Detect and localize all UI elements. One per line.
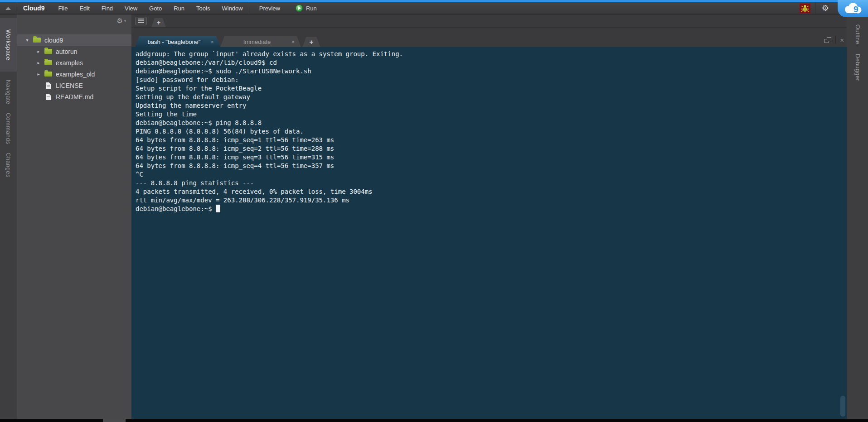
terminal-line: addgroup: The group `input' already exis… (136, 50, 847, 58)
terminal-line: Setup script for the PocketBeagle (136, 84, 847, 93)
terminal-line: 64 bytes from 8.8.8.8: icmp_seq=4 ttl=56… (136, 162, 847, 170)
folder-icon (33, 38, 41, 43)
folder-icon (44, 72, 52, 77)
sidebar-tab-workspace[interactable]: Workspace (0, 18, 17, 72)
console-tab-bar: bash - "beaglebone"×Immediate×+ × (131, 27, 847, 47)
sidebar-tab-debugger[interactable]: Debugger (847, 54, 868, 81)
terminal-line: PING 8.8.8.8 (8.8.8.8) 56(84) bytes of d… (136, 127, 847, 136)
right-rail: OutlineDebugger (847, 14, 868, 419)
sidebar-tab-outline[interactable]: Outline (847, 24, 868, 44)
chevron-right-icon[interactable]: ▸ (35, 72, 42, 77)
tree-item-label: README.md (56, 93, 93, 101)
menu-item-file[interactable]: File (52, 2, 73, 14)
sidebar-tab-navigate[interactable]: Navigate (0, 80, 17, 105)
tree-item-label: examples_old (56, 71, 95, 78)
menu-item-goto[interactable]: Goto (143, 2, 168, 14)
folder-icon (44, 49, 52, 54)
tree-item-label: LICENSE (56, 82, 83, 89)
console-tab-label: bash - "beaglebone" (141, 38, 207, 45)
terminal-line: 64 bytes from 8.8.8.8: icmp_seq=1 ttl=56… (136, 136, 847, 144)
new-tab-plus-button[interactable]: + (302, 37, 320, 47)
bottom-strip (0, 419, 868, 422)
terminal-line: rtt min/avg/max/mdev = 263.288/306.228/3… (136, 196, 847, 205)
terminal-line: Setting the time (136, 110, 847, 119)
terminal-line: [sudo] password for debian: (136, 76, 847, 84)
terminal-line: Updating the nameserver entry (136, 101, 847, 110)
terminal-line: debian@beaglebone:~$ ping 8.8.8.8 (136, 119, 847, 127)
svg-text:9: 9 (853, 5, 858, 14)
tree-item-cloud9[interactable]: ▾cloud9 (17, 34, 131, 46)
tree-item-examples[interactable]: ▸examples (17, 57, 131, 68)
file-icon (46, 82, 51, 89)
panel-resize-handle[interactable] (103, 419, 126, 422)
new-tab-button-top[interactable]: + (151, 18, 166, 27)
console-tab-immediate[interactable]: Immediate× (220, 36, 301, 47)
sidebar-tab-label: Commands (5, 113, 12, 144)
menu-item-view[interactable]: View (119, 2, 143, 14)
top-accent-strip (0, 0, 868, 2)
workspace-panel: ⚙▾ ▾cloud9▸autorun▸examples▸examples_old… (17, 14, 131, 419)
workspace-settings-gear-icon[interactable]: ⚙▾ (117, 17, 126, 25)
terminal[interactable]: addgroup: The group `input' already exis… (131, 47, 847, 419)
chevron-right-icon[interactable]: ▸ (35, 60, 42, 65)
menu-item-find[interactable]: Find (96, 2, 119, 14)
file-icon (46, 94, 51, 100)
tree-item-autorun[interactable]: ▸autorun (17, 46, 131, 57)
sidebar-tab-label: Changes (5, 153, 12, 177)
tab-close-icon[interactable]: × (207, 38, 214, 45)
debug-bug-icon[interactable] (800, 4, 810, 13)
sidebar-tab-label: Outline (854, 24, 861, 44)
menu-item-run[interactable]: Run (168, 2, 190, 14)
console-tab-label: Immediate (227, 38, 287, 45)
cloud9-logo[interactable]: 9 (838, 0, 868, 17)
terminal-line: debian@beaglebone:~$ (136, 205, 847, 213)
tab-list-button[interactable] (135, 17, 147, 25)
tab-close-icon[interactable]: × (287, 38, 295, 45)
sidebar-tab-changes[interactable]: Changes (0, 153, 17, 177)
sidebar-tab-commands[interactable]: Commands (0, 113, 17, 144)
sidebar-tab-label: Workspace (5, 29, 12, 60)
terminal-line: debian@beaglebone:~$ sudo ./StartUSBNetw… (136, 67, 847, 76)
list-icon (138, 19, 144, 23)
menu-item-tools[interactable]: Tools (190, 2, 216, 14)
tree-item-readme.md[interactable]: README.md (17, 91, 131, 102)
cloud9-logo-icon: 9 (843, 2, 863, 15)
tree-item-license[interactable]: LICENSE (17, 80, 131, 91)
menubar-collapse-button[interactable] (0, 2, 16, 14)
run-button[interactable]: Run (289, 2, 323, 14)
menubar: Cloud9 FileEditFindViewGotoRunToolsWindo… (0, 2, 868, 14)
terminal-cursor (216, 205, 220, 212)
tree-item-examples_old[interactable]: ▸examples_old (17, 68, 131, 80)
tree-item-label: cloud9 (44, 37, 63, 44)
run-button-label: Run (306, 5, 317, 12)
terminal-line: ^C (136, 170, 847, 179)
app-title[interactable]: Cloud9 (16, 5, 52, 12)
menu-item-window[interactable]: Window (216, 2, 248, 14)
chevron-down-icon[interactable]: ▾ (24, 38, 31, 43)
menu-item-edit[interactable]: Edit (73, 2, 95, 14)
terminal-line: 64 bytes from 8.8.8.8: icmp_seq=2 ttl=56… (136, 144, 847, 153)
settings-gear-icon[interactable]: ⚙ (815, 3, 835, 13)
terminal-line: Setting up the default gateway (136, 93, 847, 101)
terminal-line: debian@beaglebone:/var/lib/cloud9$ cd (136, 58, 847, 67)
play-icon (296, 5, 303, 12)
left-rail: WorkspaceNavigateCommandsChanges (0, 14, 17, 419)
menu-items: FileEditFindViewGotoRunToolsWindow (52, 2, 248, 14)
sidebar-tab-label: Debugger (854, 54, 861, 81)
pane-toolbar: + (131, 14, 847, 27)
sidebar-tab-label: Navigate (5, 80, 12, 105)
tabbar-divider (835, 36, 836, 44)
tree-item-label: autorun (56, 48, 77, 55)
collapse-arrow-icon (5, 7, 11, 10)
chevron-right-icon[interactable]: ▸ (35, 49, 42, 54)
terminal-line: 4 packets transmitted, 4 received, 0% pa… (136, 187, 847, 196)
maximize-pane-icon[interactable] (824, 37, 831, 43)
preview-button[interactable]: Preview (249, 2, 289, 14)
terminal-line: --- 8.8.8.8 ping statistics --- (136, 179, 847, 187)
console-tab-bash-beaglebone-[interactable]: bash - "beaglebone"× (135, 36, 220, 47)
terminal-line: 64 bytes from 8.8.8.8: icmp_seq=3 ttl=56… (136, 153, 847, 162)
folder-icon (44, 60, 52, 65)
terminal-scrollbar-thumb[interactable] (840, 396, 845, 417)
close-pane-icon[interactable]: × (840, 37, 844, 43)
file-tree: ▾cloud9▸autorun▸examples▸examples_oldLIC… (17, 34, 131, 102)
